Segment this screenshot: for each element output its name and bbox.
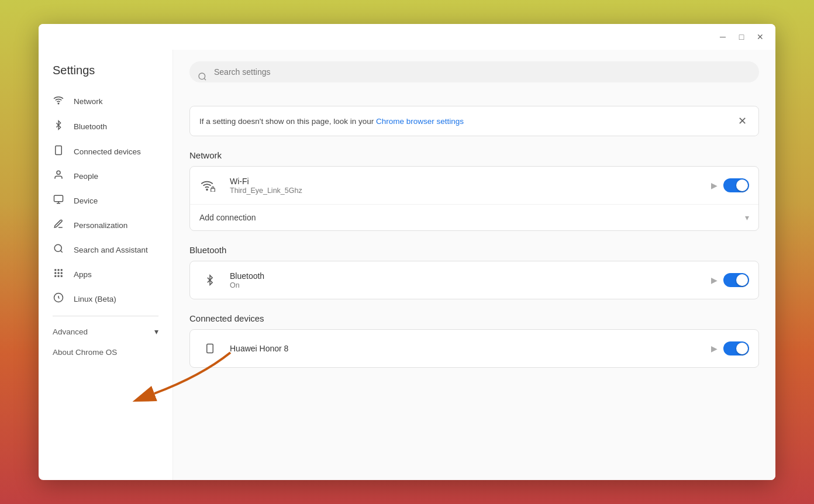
svg-line-8 — [60, 250, 62, 252]
sidebar-title: Settings — [39, 59, 173, 89]
sidebar-item-apps[interactable]: Apps — [39, 262, 165, 286]
svg-point-21 — [206, 189, 208, 190]
connected-devices-section-title: Connected devices — [189, 313, 759, 323]
bluetooth-title: Bluetooth — [230, 271, 702, 281]
sidebar-item-personalization[interactable]: Personalization — [39, 213, 165, 237]
wifi-title: Wi-Fi — [230, 177, 702, 186]
svg-rect-22 — [211, 188, 215, 192]
connected-devices-card: Huawei Honor 8 ▶ — [189, 329, 759, 368]
search-and-assistant-icon — [53, 243, 64, 256]
bluetooth-section-title: Bluetooth — [189, 245, 759, 255]
add-connection-label: Add connection — [199, 213, 740, 222]
add-connection-row[interactable]: Add connection ▾ — [190, 205, 758, 230]
close-button[interactable]: ✕ — [752, 29, 768, 45]
sidebar-item-label-personalization: Personalization — [74, 221, 127, 230]
svg-rect-17 — [61, 275, 63, 277]
sidebar-item-linux-beta[interactable]: Linux (Beta) — [39, 286, 165, 311]
wifi-subtitle: Third_Eye_Link_5Ghz — [230, 187, 702, 195]
wifi-row-icon — [199, 175, 220, 196]
sidebar-item-people[interactable]: People — [39, 164, 165, 188]
svg-point-3 — [57, 171, 60, 174]
wifi-icon — [53, 95, 64, 108]
advanced-section[interactable]: Advanced ▾ — [39, 321, 173, 342]
bluetooth-row-text: Bluetooth On — [230, 271, 702, 289]
sidebar-item-device[interactable]: Device — [39, 188, 165, 213]
huawei-row-icon — [199, 338, 220, 359]
sidebar-item-label-network: Network — [74, 97, 103, 106]
bluetooth-toggle[interactable] — [723, 273, 749, 287]
bluetooth-chevron-icon: ▶ — [711, 275, 718, 285]
chrome-browser-settings-link[interactable]: Chrome browser settings — [376, 117, 464, 126]
sidebar-item-label-apps: Apps — [74, 270, 92, 279]
huawei-row[interactable]: Huawei Honor 8 ▶ — [190, 330, 758, 367]
huawei-title: Huawei Honor 8 — [230, 344, 702, 353]
info-banner-close-button[interactable]: ✕ — [736, 115, 749, 127]
sidebar-item-bluetooth[interactable]: Bluetooth — [39, 113, 165, 139]
sidebar-divider — [53, 316, 158, 316]
bluetooth-row-actions: ▶ — [711, 273, 749, 287]
svg-rect-15 — [54, 275, 56, 277]
bluetooth-card: Bluetooth On ▶ — [189, 261, 759, 299]
sidebar-item-label-device: Device — [74, 196, 98, 205]
huawei-toggle[interactable] — [723, 341, 749, 355]
device-icon — [53, 194, 64, 207]
svg-rect-4 — [54, 195, 63, 202]
maximize-button[interactable]: □ — [733, 29, 750, 45]
connected-devices-icon — [53, 145, 64, 158]
info-banner: If a setting doesn't show on this page, … — [189, 106, 759, 136]
add-connection-chevron-icon: ▾ — [745, 213, 749, 222]
svg-rect-13 — [58, 272, 60, 274]
wifi-row-text: Wi-Fi Third_Eye_Link_5Ghz — [230, 177, 702, 195]
bluetooth-row[interactable]: Bluetooth On ▶ — [190, 261, 758, 299]
huawei-row-text: Huawei Honor 8 — [230, 344, 702, 353]
sidebar-item-network[interactable]: Network — [39, 89, 165, 113]
network-card: Wi-Fi Third_Eye_Link_5Ghz ▶ Add connecti… — [189, 166, 759, 231]
people-icon — [53, 170, 64, 182]
sidebar-item-label-connected: Connected devices — [74, 147, 141, 156]
svg-point-7 — [54, 244, 61, 251]
wifi-row[interactable]: Wi-Fi Third_Eye_Link_5Ghz ▶ — [190, 167, 758, 205]
huawei-chevron-icon: ▶ — [711, 344, 718, 353]
personalization-icon — [53, 219, 64, 232]
svg-rect-12 — [54, 272, 56, 274]
svg-point-0 — [58, 103, 59, 104]
network-section-title: Network — [189, 150, 759, 160]
svg-rect-10 — [58, 269, 60, 271]
search-wrapper — [189, 61, 759, 94]
svg-rect-16 — [58, 275, 60, 277]
titlebar: ─ □ ✕ — [39, 24, 775, 50]
search-input[interactable] — [189, 61, 759, 82]
huawei-row-actions: ▶ — [711, 341, 749, 355]
wifi-toggle[interactable] — [723, 178, 749, 192]
linux-icon — [53, 292, 64, 305]
svg-rect-14 — [61, 272, 63, 274]
sidebar-item-connected-devices[interactable]: Connected devices — [39, 139, 165, 164]
sidebar-item-label-people: People — [74, 172, 98, 181]
about-label: About Chrome OS — [53, 348, 117, 357]
sidebar-item-about[interactable]: About Chrome OS — [39, 342, 173, 363]
bluetooth-row-icon — [199, 270, 220, 291]
main-content: If a setting doesn't show on this page, … — [173, 50, 775, 480]
sidebar-item-search-and-assistant[interactable]: Search and Assistant — [39, 237, 165, 262]
bluetooth-subtitle: On — [230, 281, 702, 289]
sidebar-item-label-bluetooth: Bluetooth — [74, 122, 107, 131]
search-icon — [198, 72, 207, 84]
svg-rect-11 — [61, 269, 63, 271]
info-banner-text: If a setting doesn't show on this page, … — [199, 117, 464, 126]
sidebar: Settings Network — [39, 50, 173, 480]
bluetooth-icon — [53, 119, 64, 133]
sidebar-item-label-search: Search and Assistant — [74, 246, 148, 254]
svg-point-19 — [199, 73, 205, 80]
advanced-label: Advanced — [53, 327, 150, 336]
minimize-button[interactable]: ─ — [715, 29, 731, 45]
sidebar-item-label-linux: Linux (Beta) — [74, 295, 116, 303]
apps-icon — [53, 268, 64, 281]
advanced-chevron-icon: ▾ — [154, 327, 158, 336]
svg-line-20 — [204, 78, 206, 80]
svg-rect-9 — [54, 269, 56, 271]
wifi-chevron-icon: ▶ — [711, 181, 718, 190]
wifi-row-actions: ▶ — [711, 178, 749, 192]
